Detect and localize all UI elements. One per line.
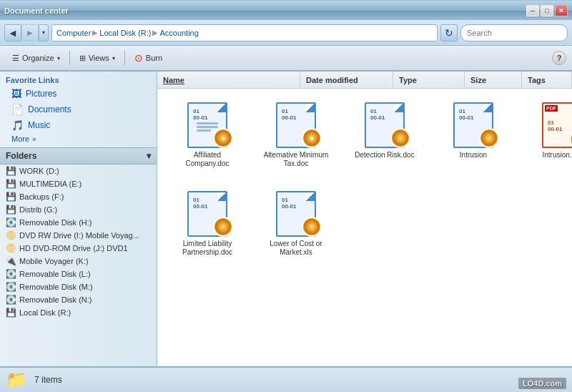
- pdf-badge: PDF: [545, 105, 558, 112]
- more-chevron-icon: »: [32, 135, 36, 143]
- file-item-detection[interactable]: 0100-01 Detection Risk.doc: [342, 96, 428, 182]
- toolbar-separator-2: [124, 51, 125, 65]
- sidebar-item-music[interactable]: 🎵 Music: [0, 117, 157, 133]
- file-badge: ✦: [213, 128, 233, 148]
- file-item-locm[interactable]: 0100-01 Lower of Cost or Market.xls: [253, 185, 339, 270]
- removable-icon: 💽: [6, 269, 16, 279]
- folder-item-localdisk-r[interactable]: 💾 Local Disk (R:): [0, 306, 157, 319]
- status-folder-icon: 📁: [6, 370, 26, 390]
- folder-item-removable-l[interactable]: 💽 Removable Disk (L:): [0, 268, 157, 280]
- file-label-affiliated: Affiliated Company.doc: [172, 151, 243, 168]
- file-icon-alternative: 0100-01 ✦: [273, 102, 319, 148]
- col-header-type[interactable]: Type: [393, 72, 465, 88]
- file-item-intrusion-pdf[interactable]: PDF 0100-01 Intrusion.pdf: [519, 96, 572, 182]
- folder-item-removable-h[interactable]: 💽 Removable Disk (H:): [0, 216, 157, 229]
- file-label-locm: Lower of Cost or Market.xls: [260, 240, 332, 257]
- usb-icon: 🔌: [6, 256, 16, 266]
- music-icon: 🎵: [11, 119, 24, 131]
- folder-item-removable-m[interactable]: 💽 Removable Disk (M:): [0, 280, 157, 293]
- more-link[interactable]: More »: [0, 133, 157, 144]
- folder-item-dvdrw[interactable]: 📀 DVD RW Drive (I:) Mobile Voyag...: [0, 229, 157, 242]
- pictures-icon: 🖼: [11, 88, 21, 99]
- drive-icon: 💾: [6, 192, 16, 202]
- removable-icon: 💽: [6, 217, 16, 227]
- folders-header[interactable]: Folders ▾: [0, 147, 157, 165]
- svg-text:✦: ✦: [221, 136, 226, 142]
- file-label-alternative: Alternative Minimum Tax.doc: [260, 151, 332, 168]
- drive-icon: 💾: [6, 179, 16, 189]
- file-label-intrusion: Intrusion: [460, 151, 487, 160]
- file-label-intrusion-pdf: Intrusion.pdf: [542, 151, 572, 160]
- title-bar-buttons: ─ □ ✕: [526, 5, 568, 16]
- col-header-date[interactable]: Date modified: [300, 72, 393, 88]
- col-header-size[interactable]: Size: [465, 72, 522, 88]
- folder-item-hddvd[interactable]: 📀 HD DVD-ROM Drive (J:) DVD1: [0, 242, 157, 255]
- content-area: Name Date modified Type Size Tags 0100-0…: [157, 72, 572, 366]
- drive-icon: 💾: [6, 308, 16, 318]
- views-button[interactable]: ⊞ Views ▾: [73, 48, 122, 68]
- nav-buttons: ◄ ► ▾: [4, 24, 49, 41]
- folder-tree: 💾 WORK (D:) 💾 MULTIMEDIA (E:) 💾 Backups …: [0, 165, 157, 319]
- breadcrumb-item-computer[interactable]: Computer: [56, 29, 91, 37]
- svg-point-8: [215, 219, 231, 235]
- file-icon-llp: 0100-01: [184, 191, 230, 237]
- search-input[interactable]: [461, 29, 568, 37]
- burn-icon: ⊙: [134, 52, 143, 64]
- folder-item-mobile-voyager[interactable]: 🔌 Mobile Voyager (K:): [0, 255, 157, 268]
- folder-item-backups[interactable]: 💾 Backups (F:): [0, 190, 157, 203]
- dvd-icon: 📀: [6, 230, 16, 240]
- toolbar-separator-1: [69, 51, 70, 65]
- refresh-button[interactable]: ↻: [440, 24, 458, 41]
- folders-chevron-icon: ▾: [147, 151, 151, 161]
- documents-icon: 📄: [11, 104, 24, 115]
- file-badge: ✦: [302, 128, 322, 148]
- col-header-tags[interactable]: Tags: [522, 72, 572, 88]
- back-button[interactable]: ◄: [4, 24, 21, 41]
- sidebar: Favorite Links 🖼 Pictures 📄 Documents 🎵 …: [0, 72, 157, 366]
- minimize-button[interactable]: ─: [526, 5, 539, 16]
- burn-button[interactable]: ⊙ Burn: [128, 48, 169, 68]
- folder-item-distrib[interactable]: 💾 Distrib (G:): [0, 203, 157, 216]
- favorite-links-section: Favorite Links 🖼 Pictures 📄 Documents 🎵 …: [0, 72, 157, 144]
- folder-item-work[interactable]: 💾 WORK (D:): [0, 165, 157, 177]
- status-bar: 📁 7 items: [0, 366, 572, 392]
- file-icon-intrusion: 0100-01: [450, 102, 496, 148]
- title-bar-text: Document center: [4, 6, 69, 15]
- breadcrumb-item-localdisk[interactable]: Local Disk (R:): [99, 29, 151, 37]
- folder-item-multimedia[interactable]: 💾 MULTIMEDIA (E:): [0, 177, 157, 190]
- files-grid: 0100-01 ✦ Affiliated Company.doc 0100-01: [157, 89, 572, 366]
- drive-icon: 💾: [6, 166, 16, 176]
- toolbar: ☰ Organize ▾ ⊞ Views ▾ ⊙ Burn ?: [0, 46, 572, 72]
- file-item-intrusion[interactable]: 0100-01 Intrusion: [430, 96, 516, 182]
- search-box[interactable]: 🔍: [460, 24, 568, 41]
- maximize-button[interactable]: □: [541, 5, 553, 16]
- column-headers: Name Date modified Type Size Tags: [157, 72, 572, 89]
- address-box[interactable]: Computer ▶ Local Disk (R:) ▶ Accounting: [51, 24, 438, 41]
- removable-icon: 💽: [6, 295, 16, 305]
- close-button[interactable]: ✕: [555, 5, 568, 16]
- svg-point-5: [481, 130, 497, 146]
- breadcrumb-item-accounting[interactable]: Accounting: [159, 29, 198, 37]
- file-badge: [302, 217, 322, 237]
- file-label-detection: Detection Risk.doc: [355, 151, 414, 160]
- sidebar-item-pictures[interactable]: 🖼 Pictures: [0, 86, 157, 102]
- file-icon-intrusion-pdf: PDF 0100-01: [539, 102, 572, 148]
- folder-item-removable-n[interactable]: 💽 Removable Disk (N:): [0, 293, 157, 306]
- nav-dropdown-button[interactable]: ▾: [39, 24, 49, 41]
- forward-button[interactable]: ►: [21, 24, 39, 41]
- file-badge: [390, 128, 410, 148]
- svg-text:✦: ✦: [310, 136, 315, 142]
- breadcrumb: Computer ▶ Local Disk (R:) ▶ Accounting: [56, 29, 199, 37]
- organize-button[interactable]: ☰ Organize ▾: [6, 48, 66, 68]
- file-item-alternative[interactable]: 0100-01 ✦ Alternative Minimum Tax.doc: [253, 96, 339, 182]
- drive-icon: 💾: [6, 205, 16, 215]
- file-item-llp[interactable]: 0100-01 Limited Liability Partnership.do…: [164, 185, 250, 270]
- svg-point-4: [393, 130, 408, 146]
- col-header-name[interactable]: Name: [157, 72, 300, 88]
- sidebar-item-documents[interactable]: 📄 Documents: [0, 102, 157, 117]
- file-badge: [213, 217, 233, 237]
- file-item-affiliated[interactable]: 0100-01 ✦ Affiliated Company.doc: [164, 96, 250, 182]
- help-button[interactable]: ?: [552, 51, 566, 65]
- organize-icon: ☰: [12, 54, 19, 63]
- file-icon-locm: 0100-01: [273, 191, 319, 237]
